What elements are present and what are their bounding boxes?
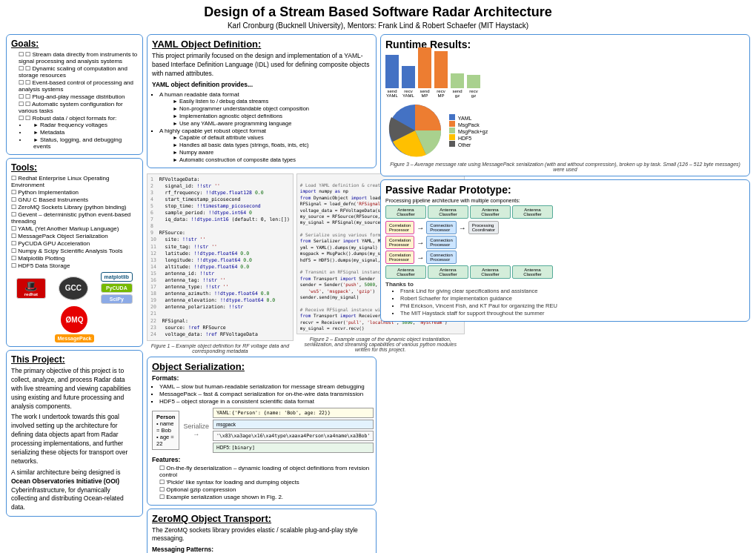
hdf5-label: HDF5: [binary]	[213, 443, 374, 453]
bar1: sendYAML	[385, 55, 399, 98]
zeromq-desc: The ZeroMQ sockets library provides elas…	[152, 526, 371, 544]
yaml-output: YAML: {'Person': {name: 'Bob', age: 22}}	[213, 408, 374, 418]
legend-item3: MsgPack+gz	[449, 128, 488, 134]
tools-panel: Tools: ☐ Redhat Enterprise Linux Operati…	[6, 158, 143, 347]
legend-item1: YAML	[449, 114, 488, 121]
output-node-1: AntennaClassifier	[385, 265, 426, 279]
bar4-fill	[434, 51, 448, 88]
legend-item4: HDF5	[449, 134, 488, 141]
antenna-node-1: AntennaClassifier	[385, 205, 426, 219]
project-para1: The primary objective of this project is…	[11, 367, 138, 411]
figure2-caption: Figure 2 – Example usage of the dynamic …	[296, 337, 465, 352]
antenna-node-4: AntennaClassifier	[512, 205, 553, 219]
runtime-panel: Runtime Results: sendYAML recvYAML sendM…	[380, 34, 750, 176]
legend-item2: MsgPack	[449, 121, 488, 128]
pie-seg1	[415, 105, 441, 130]
project-title: This Project:	[11, 354, 138, 365]
goals-item-6: ☐ Robust data / object formats for: Rada…	[19, 115, 138, 150]
output-node-3: AntennaClassifier	[470, 265, 511, 279]
left-column: Goals: ☐ Stream data directly from instr…	[6, 34, 143, 517]
arrow-right3: →	[417, 239, 424, 247]
serialization-title: Object Serialization:	[152, 361, 371, 372]
thanks-item-2: Robert Schaefer for implementation guida…	[400, 295, 745, 302]
yaml-title: YAML Object Definition:	[152, 39, 371, 50]
tools-list: ☐ Redhat Enterprise Linux Operating Envi…	[11, 175, 138, 269]
runtime-title: Runtime Results:	[385, 39, 745, 50]
bar1-label: sendYAML	[386, 89, 398, 98]
serial-diagram: Person • name = Bob • age = 22 Serialize…	[152, 408, 371, 453]
sub-title: Karl Cronburg (Bucknell University), Men…	[6, 21, 750, 30]
msgpack-label: msgpack	[213, 420, 374, 429]
serialize-arrow: Serialize →	[183, 423, 209, 438]
bar3: sendMP	[418, 47, 431, 98]
features-list: ☐ On-the-fly deserialization – dynamic l…	[152, 465, 371, 500]
output-nodes: AntennaClassifier AntennaClassifier Ante…	[385, 265, 745, 279]
project-para3: A similar architecture being designed is…	[11, 468, 138, 512]
proc-node-2: ConnectionProcessor	[426, 221, 456, 234]
passive-desc: Processing pipeline architecture with mu…	[385, 198, 745, 203]
proc-node-3: ProcessingCoordinator	[468, 221, 499, 234]
bar2-fill	[402, 66, 415, 88]
proc-node-1: CorrelationProcessor	[385, 221, 414, 234]
antenna-node-3: AntennaClassifier	[470, 205, 511, 219]
thanks-item-3: Phil Erickson, Vincent Fish, and KT Paul…	[400, 302, 745, 309]
yaml-description: This project primarily focused on the de…	[152, 52, 371, 79]
thanks-list: Frank Lind for giving clear specificatio…	[385, 288, 745, 317]
code-figures-row: 1 RFVoltageData: 2 signal_id: !!str '' 3…	[147, 171, 377, 354]
bar-chart: sendYAML recvYAML sendMP recvMP	[385, 53, 745, 98]
pie-legend: YAML MsgPack MsgPack+gz HDF5 Other	[449, 114, 488, 148]
bar2: recvYAML	[402, 66, 415, 98]
goals-item-3: ☐ Event-based control of processing and …	[19, 79, 138, 93]
goals-item-1: ☐ Stream data directly from instruments …	[19, 51, 138, 64]
processing-row3: CorrelationProcessor → ConnectionProcess…	[385, 251, 745, 264]
msgpack-output: '\x83\xa3age\x16\xa4type\xaaxa4Person\xa…	[213, 431, 374, 441]
bar5-fill	[451, 73, 464, 88]
serialized-boxes: YAML: {'Person': {name: 'Bob', age: 22}}…	[213, 408, 374, 453]
figure3-caption: Figure 3 – Average message rate using Me…	[385, 162, 745, 172]
logo-group-2: ØMQ MessagePack	[55, 306, 95, 342]
person-box: Person • name = Bob • age = 22	[152, 411, 179, 450]
goals-item-5: ☐ Automatic system configuration for var…	[19, 101, 138, 114]
goals-title: Goals:	[11, 39, 138, 49]
passive-radar-panel: Passive Radar Prototype: Processing pipe…	[380, 179, 750, 322]
pycuda-logo: PyCUDA	[101, 283, 133, 293]
passive-title: Passive Radar Prototype:	[385, 184, 745, 196]
redhat-logo: 🎩 redhat	[16, 278, 46, 299]
yaml-provides-title: YAML object definition provides...	[152, 81, 371, 90]
output-node-4: AntennaClassifier	[512, 265, 553, 279]
yaml-panel: YAML Object Definition: This project pri…	[147, 34, 377, 168]
output-node-2: AntennaClassifier	[428, 265, 468, 279]
arrow-right2: →	[459, 224, 466, 232]
thanks-item-4: The MIT Haystack staff for support throu…	[400, 310, 745, 317]
thanks-item-1: Frank Lind for giving clear specificatio…	[400, 288, 745, 294]
pie-chart	[385, 101, 445, 160]
goals-list: ☐ Stream data directly from instruments …	[11, 51, 138, 150]
mid-column: YAML Object Definition: This project pri…	[147, 34, 377, 553]
bar1-fill	[385, 55, 399, 88]
bar3-label: sendMP	[420, 89, 429, 98]
thanks-title: Thanks to	[385, 281, 745, 288]
bar5: sendgz	[451, 73, 464, 98]
bar6-label: recvgz	[469, 89, 477, 98]
tools-logos: 🎩 redhat GCC matplotlib PyCUDA SciPy ØMQ…	[11, 272, 138, 342]
proc-node-4: CorrelationProcessor	[385, 236, 414, 249]
gcc-logo: GCC	[59, 276, 88, 300]
goals-panel: Goals: ☐ Stream data directly from instr…	[6, 34, 143, 155]
yaml-provides-list: A human readable data format Easily list…	[152, 91, 371, 163]
bar3-fill	[418, 47, 431, 88]
zeromq-title: ZeroMQ Object Transport:	[152, 513, 371, 524]
antenna-node-2: AntennaClassifier	[428, 205, 468, 219]
patterns-title: Messaging Patterns:	[152, 546, 371, 553]
yaml-code: 1 RFVoltageData: 2 signal_id: !!str '' 3…	[147, 173, 294, 341]
project-para2: The work I undertook towards this goal i…	[11, 413, 138, 466]
serialization-panel: Object Serialization: Formats: YAML – sl…	[147, 357, 377, 506]
features-title: Features:	[152, 456, 371, 465]
bar6: recvgz	[467, 75, 480, 98]
scipy-logo: SciPy	[101, 294, 133, 304]
legend-item5: Other	[449, 141, 488, 148]
formats-title: Formats:	[152, 374, 371, 383]
thanks-box: Thanks to Frank Lind for giving clear sp…	[385, 281, 745, 317]
page: Design of a Stream Based Software Radar …	[0, 0, 756, 553]
processing-row1: CorrelationProcessor → ConnectionProcess…	[385, 221, 745, 234]
right-column: Runtime Results: sendYAML recvYAML sendM…	[380, 34, 750, 322]
